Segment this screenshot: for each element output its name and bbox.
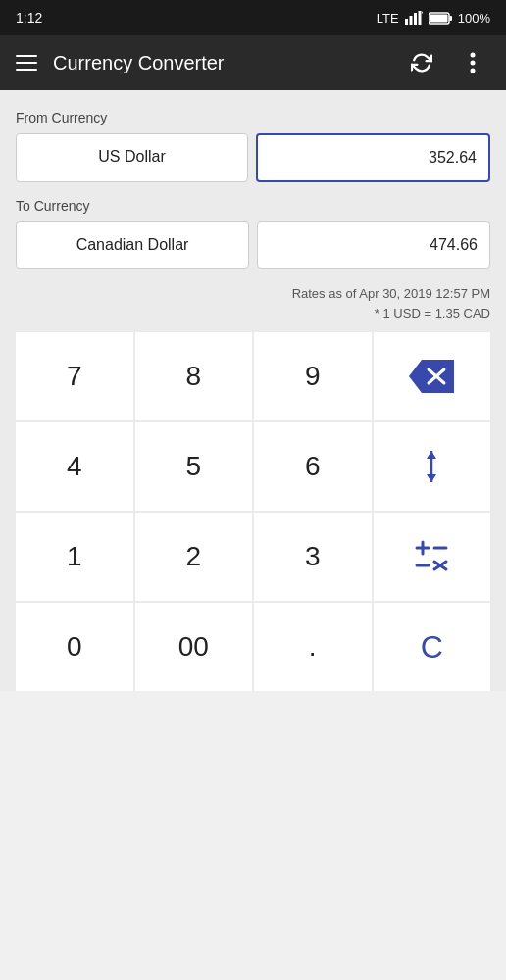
rates-line2: * 1 USD = 1.35 CAD	[16, 304, 490, 323]
rates-line1: Rates as of Apr 30, 2019 12:57 PM	[16, 284, 490, 304]
key-decimal[interactable]: .	[254, 603, 372, 691]
swap-icon	[417, 449, 446, 484]
key-1[interactable]: 1	[16, 513, 133, 601]
svg-rect-6	[430, 14, 447, 22]
status-bar: 1:12 LTE 100%	[0, 0, 506, 35]
svg-marker-11	[409, 360, 454, 393]
svg-point-9	[471, 61, 476, 66]
status-right: LTE 100%	[377, 11, 490, 25]
svg-point-8	[471, 53, 476, 58]
svg-marker-2	[414, 13, 417, 24]
key-clear[interactable]: C	[374, 603, 491, 691]
key-5[interactable]: 5	[135, 422, 253, 511]
key-8[interactable]: 8	[135, 332, 253, 420]
battery-label: 100%	[458, 11, 490, 25]
from-currency-label: From Currency	[16, 110, 490, 125]
svg-rect-7	[449, 16, 452, 21]
key-6[interactable]: 6	[254, 422, 372, 511]
from-currency-section: From Currency US Dollar 352.64	[16, 110, 490, 182]
refresh-button[interactable]	[404, 45, 439, 80]
key-0[interactable]: 0	[16, 603, 133, 691]
svg-marker-15	[427, 451, 436, 459]
to-currency-section: To Currency Canadian Dollar 474.66	[16, 198, 490, 269]
signal-icon	[405, 11, 423, 24]
key-ops[interactable]	[374, 513, 491, 601]
app-bar: Currency Converter	[0, 35, 506, 90]
svg-marker-3	[418, 11, 421, 24]
rates-info: Rates as of Apr 30, 2019 12:57 PM * 1 US…	[16, 284, 490, 322]
to-currency-label: To Currency	[16, 198, 490, 214]
status-time: 1:12	[16, 10, 42, 25]
menu-button[interactable]	[16, 55, 37, 71]
signal-label: LTE	[377, 11, 399, 25]
key-4[interactable]: 4	[16, 422, 133, 511]
to-currency-selector[interactable]: Canadian Dollar	[16, 221, 249, 269]
to-currency-amount: 474.66	[257, 221, 490, 269]
to-currency-row: Canadian Dollar 474.66	[16, 221, 490, 269]
app-title: Currency Converter	[53, 52, 388, 74]
key-2[interactable]: 2	[135, 513, 253, 601]
key-backspace[interactable]	[374, 332, 491, 420]
clear-label: C	[421, 629, 443, 665]
from-currency-row: US Dollar 352.64	[16, 133, 490, 182]
backspace-icon	[409, 360, 454, 393]
key-7[interactable]: 7	[16, 332, 133, 420]
key-9[interactable]: 9	[254, 332, 372, 420]
svg-marker-16	[427, 474, 436, 482]
key-00[interactable]: 00	[135, 603, 253, 691]
svg-point-10	[471, 69, 476, 74]
battery-icon	[429, 12, 452, 24]
key-swap[interactable]	[374, 422, 491, 511]
svg-marker-4	[422, 11, 423, 14]
from-currency-selector[interactable]: US Dollar	[16, 133, 248, 182]
key-3[interactable]: 3	[254, 513, 372, 601]
main-content: From Currency US Dollar 352.64 To Curren…	[0, 90, 506, 691]
keypad: 7 8 9 4 5 6 1 2 3	[16, 332, 490, 691]
svg-marker-1	[409, 16, 412, 24]
more-button[interactable]	[455, 45, 490, 80]
ops-icon	[413, 538, 450, 575]
from-currency-amount[interactable]: 352.64	[256, 133, 490, 182]
svg-marker-0	[405, 19, 408, 24]
